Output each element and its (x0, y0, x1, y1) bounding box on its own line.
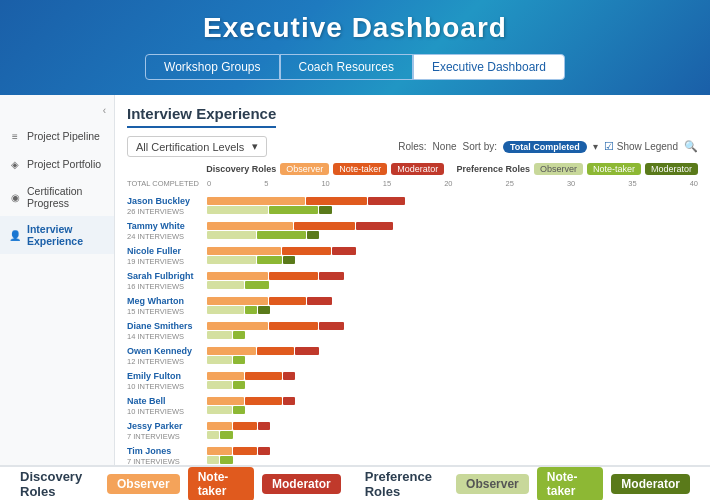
discovery-bar-row (207, 297, 698, 305)
bar-segment (207, 406, 232, 414)
bar-segment (207, 206, 268, 214)
tab-workshop-groups[interactable]: Workshop Groups (145, 54, 280, 80)
bar-segment (233, 406, 245, 414)
tick-10: 10 (321, 179, 329, 188)
tick-0: 0 (207, 179, 211, 188)
bar-segment (306, 197, 367, 205)
bar-segment (220, 431, 232, 439)
cert-dropdown-label: All Certification Levels (136, 141, 244, 153)
discovery-bar-row (207, 247, 698, 255)
discovery-bar-row (207, 372, 698, 380)
sidebar-item-project-portfolio[interactable]: ◈ Project Portfolio (0, 150, 114, 178)
bar-segment (220, 456, 232, 464)
footer-legend: Discovery Roles Observer Note-taker Mode… (0, 465, 710, 500)
table-row: Tammy White24 INTERVIEWS (127, 220, 698, 242)
discovery-bar-row (207, 322, 698, 330)
preference-bar-row (207, 331, 698, 339)
bar-segment (332, 247, 357, 255)
main-layout: ‹ ≡ Project Pipeline ◈ Project Portfolio… (0, 95, 710, 465)
bar-segment (282, 247, 331, 255)
chart-axis-label: TOTAL COMPLETED (127, 179, 207, 193)
show-legend-toggle[interactable]: ☑ Show Legend (604, 140, 678, 153)
bar-area (207, 397, 698, 415)
tick-15: 15 (383, 179, 391, 188)
tab-executive-dashboard[interactable]: Executive Dashboard (413, 54, 565, 80)
table-row: Owen Kennedy12 INTERVIEWS (127, 345, 698, 367)
bar-segment (294, 222, 355, 230)
preference-legend-group: Preference Roles Observer Note-taker Mod… (456, 163, 698, 175)
preference-bar-row (207, 406, 698, 414)
cert-icon: ◉ (8, 190, 22, 204)
pipeline-icon: ≡ (8, 129, 22, 143)
tab-coach-resources[interactable]: Coach Resources (280, 54, 413, 80)
preference-bar-row (207, 431, 698, 439)
bar-segment (207, 356, 232, 364)
bar-segment (245, 372, 282, 380)
bar-segment (245, 397, 282, 405)
chart-container: TOTAL COMPLETED 0 5 10 15 20 25 30 35 40 (127, 179, 698, 465)
table-row: Jessy Parker7 INTERVIEWS (127, 420, 698, 442)
sidebar-label-portfolio: Project Portfolio (27, 158, 101, 170)
sidebar-item-certification-progress[interactable]: ◉ Certification Progress (0, 178, 114, 216)
bar-segment (319, 322, 344, 330)
preference-bar-row (207, 206, 698, 214)
sort-arrow-icon: ▾ (593, 141, 598, 152)
tick-30: 30 (567, 179, 575, 188)
bar-segment (283, 256, 295, 264)
table-row: Tim Jones7 INTERVIEWS (127, 445, 698, 465)
sidebar-collapse-button[interactable]: ‹ (0, 103, 114, 122)
preference-bar-row (207, 381, 698, 389)
discovery-legend-group: Discovery Roles Observer Note-taker Mode… (206, 163, 444, 175)
bar-segment (207, 222, 293, 230)
chart-axis-ticks: 0 5 10 15 20 25 30 35 40 (207, 179, 698, 193)
sidebar-item-interview-experience[interactable]: 👤 Interview Experience (0, 216, 114, 254)
discovery-observer-chip: Observer (280, 163, 329, 175)
person-name: Meg Wharton (127, 296, 207, 307)
bar-area (207, 222, 698, 240)
bar-segment (207, 447, 232, 455)
bar-segment (207, 431, 219, 439)
controls-row: All Certification Levels ▾ Roles: None S… (127, 136, 698, 157)
content-title: Interview Experience (127, 105, 276, 128)
chart-rows: Jason Buckley26 INTERVIEWSTammy White24 … (127, 195, 698, 465)
bar-segment (207, 331, 232, 339)
discovery-bar-row (207, 447, 698, 455)
bar-segment (269, 322, 318, 330)
bar-segment (258, 447, 270, 455)
bar-segment (207, 281, 244, 289)
table-row: Sarah Fulbright16 INTERVIEWS (127, 270, 698, 292)
checkbox-icon: ☑ (604, 140, 614, 153)
tick-20: 20 (444, 179, 452, 188)
bar-segment (257, 347, 294, 355)
discovery-bar-row (207, 197, 698, 205)
cert-level-dropdown[interactable]: All Certification Levels ▾ (127, 136, 267, 157)
tick-25: 25 (506, 179, 514, 188)
bar-area (207, 272, 698, 290)
bar-area (207, 372, 698, 390)
bar-segment (233, 447, 258, 455)
tick-35: 35 (628, 179, 636, 188)
person-name: Tammy White (127, 221, 207, 232)
footer-observer-chip: Observer (107, 474, 180, 494)
discovery-moderator-chip: Moderator (391, 163, 444, 175)
person-interviews: 12 INTERVIEWS (127, 357, 207, 366)
chevron-down-icon: ▾ (252, 140, 258, 153)
bar-segment (319, 206, 331, 214)
discovery-legend-label: Discovery Roles (206, 164, 276, 174)
bar-segment (233, 356, 245, 364)
footer-pref-observer-chip: Observer (456, 474, 529, 494)
bar-segment (307, 297, 332, 305)
person-interviews: 10 INTERVIEWS (127, 407, 207, 416)
bar-segment (207, 306, 244, 314)
bar-segment (207, 397, 244, 405)
bar-segment (295, 347, 320, 355)
search-icon[interactable]: 🔍 (684, 140, 698, 153)
footer-discovery-group: Discovery Roles Observer Note-taker Mode… (20, 467, 341, 501)
discovery-bar-row (207, 222, 698, 230)
sort-badge[interactable]: Total Completed (503, 141, 587, 153)
sidebar: ‹ ≡ Project Pipeline ◈ Project Portfolio… (0, 95, 115, 465)
bar-segment (245, 306, 257, 314)
bar-segment (258, 422, 270, 430)
sidebar-item-project-pipeline[interactable]: ≡ Project Pipeline (0, 122, 114, 150)
sort-controls: Roles: None Sort by: Total Completed ▾ ☑… (398, 140, 698, 153)
